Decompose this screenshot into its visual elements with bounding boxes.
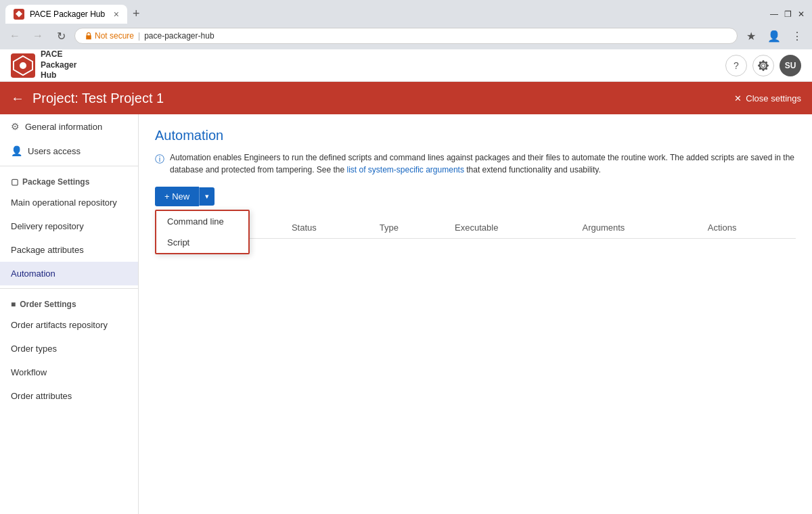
back-to-projects-button[interactable]: ← — [11, 91, 24, 106]
browser-chrome: PACE Packager Hub × + — ❐ ✕ ← → ↻ Not se… — [0, 0, 812, 49]
tab-title: PACE Packager Hub — [30, 9, 105, 19]
new-button-group: + New ▾ — [155, 187, 215, 206]
favicon-icon — [14, 9, 24, 20]
sidebar-item-label: Order types — [11, 344, 57, 354]
sidebar-item-users-access[interactable]: 👤 Users access — [0, 139, 138, 163]
sidebar-item-label: Order attributes — [11, 391, 72, 401]
title-bar: PACE Packager Hub × + — ❐ ✕ — [0, 0, 812, 24]
logo-icon — [11, 53, 35, 78]
info-icon: ⓘ — [155, 152, 164, 176]
address-input[interactable]: Not secure | pace-packager-hub — [74, 28, 738, 44]
sidebar-item-label: Workflow — [11, 367, 47, 377]
svg-point-2 — [20, 62, 26, 69]
order-settings-header: ■ Order Settings — [0, 291, 138, 313]
general-info-icon: ⚙ — [11, 121, 20, 132]
back-button[interactable]: ← — [5, 26, 24, 45]
browser-tab[interactable]: PACE Packager Hub × — [5, 5, 127, 24]
package-settings-header: ▢ Package Settings — [0, 169, 138, 191]
col-status: Status — [284, 217, 371, 239]
close-settings-label: Close settings — [746, 93, 801, 103]
sidebar-item-order-attributes[interactable]: Order attributes — [0, 384, 138, 408]
dropdown-item-script[interactable]: Script — [156, 232, 248, 253]
sidebar-item-order-artifacts-repository[interactable]: Order artifacts repository — [0, 313, 138, 337]
app: PACE Packager Hub ? SU ← Project: Test P… — [0, 49, 812, 514]
dropdown-item-command-line[interactable]: Command line — [156, 211, 248, 232]
col-type: Type — [371, 217, 447, 239]
minimize-button[interactable]: — — [769, 9, 780, 20]
table-header-row: Description Status Type Executable Argum… — [155, 217, 796, 239]
avatar[interactable]: SU — [780, 55, 801, 76]
content-area: Automation ⓘ Automation enables Engineer… — [139, 114, 812, 514]
address-right-icons: ★ 👤 ⋮ — [742, 26, 807, 45]
not-secure-label: Not secure — [95, 31, 134, 41]
sidebar-item-package-attributes[interactable]: Package attributes — [0, 238, 138, 262]
window-controls: — ❐ ✕ — [769, 9, 807, 20]
sidebar-item-order-types[interactable]: Order types — [0, 337, 138, 360]
automation-table: Description Status Type Executable Argum… — [155, 217, 796, 239]
not-secure-indicator: Not secure — [85, 31, 134, 41]
new-button[interactable]: + New — [155, 187, 199, 206]
app-logo: PACE Packager Hub — [11, 49, 76, 81]
sidebar-item-general-information[interactable]: ⚙ General information — [0, 114, 138, 139]
address-bar: ← → ↻ Not secure | pace-packager-hub ★ 👤… — [0, 24, 812, 49]
topbar-right: ? SU — [725, 55, 801, 76]
col-actions: Actions — [700, 217, 796, 239]
sidebar-divider-2 — [0, 288, 138, 289]
info-link[interactable]: list of system-specific arguments — [347, 165, 464, 174]
sidebar-item-label: Order artifacts repository — [11, 320, 108, 330]
gear-icon — [758, 60, 769, 71]
sidebar-item-workflow[interactable]: Workflow — [0, 360, 138, 384]
order-settings-icon: ■ — [11, 300, 16, 309]
sidebar: ⚙ General information 👤 Users access ▢ P… — [0, 114, 139, 514]
close-settings-button[interactable]: ✕ Close settings — [734, 93, 801, 103]
new-dropdown-toggle[interactable]: ▾ — [199, 187, 215, 206]
url-display: pace-packager-hub — [144, 31, 214, 41]
restore-button[interactable]: ❐ — [782, 9, 793, 20]
col-executable: Executable — [447, 217, 574, 239]
project-title: Project: Test Project 1 — [32, 91, 164, 106]
sidebar-item-label: Delivery repository — [11, 221, 84, 231]
sidebar-item-label: Main operational repository — [11, 197, 117, 208]
logo-text: PACE Packager Hub — [41, 49, 76, 81]
new-dropdown-menu: Command line Script — [155, 210, 250, 254]
help-button[interactable]: ? — [725, 55, 747, 76]
bookmark-button[interactable]: ★ — [742, 26, 761, 45]
app-topbar: PACE Packager Hub ? SU — [0, 49, 812, 82]
package-settings-icon: ▢ — [11, 177, 18, 187]
page-title: Automation — [155, 128, 796, 143]
new-tab-button[interactable]: + — [127, 4, 145, 24]
sidebar-item-automation[interactable]: Automation — [0, 262, 138, 285]
sidebar-item-label: Users access — [28, 146, 81, 156]
info-box: ⓘ Automation enables Engineers to run th… — [155, 151, 796, 176]
close-settings-icon: ✕ — [734, 93, 742, 103]
sidebar-divider-1 — [0, 166, 138, 166]
reload-button[interactable]: ↻ — [51, 26, 70, 45]
forward-button[interactable]: → — [28, 26, 47, 45]
close-window-button[interactable]: ✕ — [796, 9, 807, 20]
sidebar-item-label: Package attributes — [11, 245, 84, 255]
sidebar-item-main-operational-repository[interactable]: Main operational repository — [0, 191, 138, 214]
menu-button[interactable]: ⋮ — [788, 26, 807, 45]
info-text: Automation enables Engineers to run the … — [170, 151, 796, 176]
col-arguments: Arguments — [574, 217, 700, 239]
toolbar: + New ▾ Command line Script — [155, 187, 796, 206]
sidebar-item-label: General information — [25, 122, 102, 132]
settings-button[interactable] — [752, 55, 774, 76]
project-header: ← Project: Test Project 1 ✕ Close settin… — [0, 82, 812, 114]
sidebar-item-delivery-repository[interactable]: Delivery repository — [0, 214, 138, 238]
main-layout: ⚙ General information 👤 Users access ▢ P… — [0, 114, 812, 514]
close-tab-button[interactable]: × — [114, 9, 119, 20]
profile-button[interactable]: 👤 — [765, 26, 784, 45]
users-icon: 👤 — [11, 145, 22, 156]
sidebar-item-label: Automation — [11, 268, 55, 279]
